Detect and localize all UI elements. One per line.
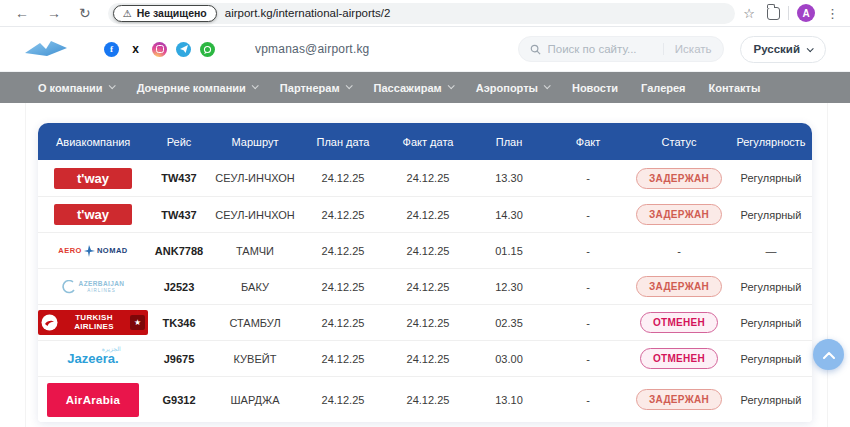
col-fact-date: Факт дата xyxy=(386,136,470,148)
fact-time: - xyxy=(548,394,628,406)
status-cell: ЗАДЕРЖАН xyxy=(628,168,730,189)
bookmark-star-icon[interactable]: ☆ xyxy=(739,6,759,21)
search-input[interactable] xyxy=(548,43,659,55)
menu-dots-icon[interactable]: ⋮ xyxy=(823,6,842,21)
airline-logo-tway: t'way xyxy=(38,204,148,225)
language-selector[interactable]: Русский xyxy=(740,36,826,63)
regularity: Регулярный xyxy=(730,353,812,365)
route: ШАРДЖА xyxy=(210,394,300,406)
fact-date: 24.12.25 xyxy=(386,317,470,329)
flight-number: TK346 xyxy=(148,317,210,329)
status-badge: ОТМЕНЕН xyxy=(640,348,718,369)
status-badge: ОТМЕНЕН xyxy=(640,312,718,333)
instagram-icon[interactable] xyxy=(152,42,167,57)
nav-item-partners[interactable]: Партнерам xyxy=(280,82,351,94)
forward-icon[interactable]: → xyxy=(40,6,68,20)
status-badge: ЗАДЕРЖАН xyxy=(636,276,722,297)
plan-time: 03.00 xyxy=(470,353,548,365)
site-logo-icon[interactable] xyxy=(24,40,70,58)
divider xyxy=(788,6,789,20)
airline-logo-azerbaijan: AZERBAIJAN AIRLINES xyxy=(38,280,148,294)
col-plan-date: План дата xyxy=(300,136,386,148)
address-bar[interactable]: ⚠ Не защищено airport.kg/international-a… xyxy=(108,3,736,24)
nav-item-passengers[interactable]: Пассажирам xyxy=(374,82,453,94)
fact-date: 24.12.25 xyxy=(386,209,470,221)
nav-item-airports[interactable]: Аэропорты xyxy=(476,82,549,94)
status-badge: ЗАДЕРЖАН xyxy=(636,168,722,189)
nav-item-subsidiaries[interactable]: Дочерние компании xyxy=(137,82,257,94)
language-label: Русский xyxy=(754,43,800,55)
plan-date: 24.12.25 xyxy=(300,245,386,257)
fact-date: 24.12.25 xyxy=(386,245,470,257)
scroll-to-top-button[interactable] xyxy=(813,339,844,370)
airline-logo-jazeera: Jazeera. الجزيرة xyxy=(38,351,148,366)
chevron-down-icon xyxy=(345,82,352,89)
status-badge: ЗАДЕРЖАН xyxy=(636,204,722,225)
col-regularity: Регулярность xyxy=(730,136,812,148)
table-row[interactable]: AZERBAIJAN AIRLINES J2523 БАКУ 24.12.25 … xyxy=(38,268,812,304)
chevron-down-icon xyxy=(807,45,814,52)
turkish-bird-icon xyxy=(41,314,58,331)
profile-avatar[interactable]: A xyxy=(797,4,815,22)
fact-date: 24.12.25 xyxy=(386,281,470,293)
reload-icon[interactable]: ↻ xyxy=(72,6,98,20)
plan-time: 02.35 xyxy=(470,317,548,329)
chevron-down-icon xyxy=(252,82,259,89)
browser-actions: ☆ A ⋮ xyxy=(739,4,842,22)
status-cell: ЗАДЕРЖАН xyxy=(628,204,730,225)
regularity: Регулярный xyxy=(730,281,812,293)
crescent-icon xyxy=(62,280,76,294)
nav-item-gallery[interactable]: Галерея xyxy=(641,82,685,94)
main-nav: О компании Дочерние компании Партнерам П… xyxy=(0,72,850,103)
nav-item-contacts[interactable]: Контакты xyxy=(709,82,761,94)
back-icon[interactable]: ← xyxy=(8,6,36,20)
flight-number: J9675 xyxy=(148,353,210,365)
whatsapp-icon[interactable] xyxy=(200,42,215,57)
security-chip[interactable]: ⚠ Не защищено xyxy=(113,5,217,22)
table-row[interactable]: t'way TW437 СЕУЛ-ИНЧХОН 24.12.25 24.12.2… xyxy=(38,196,812,232)
table-row[interactable]: TURKISH AIRLINES ★ TK346 СТАМБУЛ 24.12.2… xyxy=(38,304,812,340)
security-label: Не защищено xyxy=(137,7,207,19)
status-cell: ОТМЕНЕН xyxy=(628,348,730,369)
status-cell: ЗАДЕРЖАН xyxy=(628,389,730,410)
col-status: Статус xyxy=(628,136,730,148)
route: СТАМБУЛ xyxy=(210,317,300,329)
nav-item-about[interactable]: О компании xyxy=(38,82,114,94)
site-search[interactable]: Искать xyxy=(518,36,724,62)
table-row[interactable]: Jazeera. الجزيرة J9675 КУВЕЙТ 24.12.25 2… xyxy=(38,340,812,376)
route: ТАМЧИ xyxy=(210,245,300,257)
plan-date: 24.12.25 xyxy=(300,353,386,365)
instagram-ring xyxy=(156,45,164,53)
flight-number: J2523 xyxy=(148,281,210,293)
table-row[interactable]: t'way TW437 СЕУЛ-ИНЧХОН 24.12.25 24.12.2… xyxy=(38,160,812,196)
flight-number: TW437 xyxy=(148,209,210,221)
nav-item-news[interactable]: Новости xyxy=(572,82,618,94)
arabic-script: الجزيرة xyxy=(102,345,121,352)
regularity: Регулярный xyxy=(730,172,812,184)
fact-date: 24.12.25 xyxy=(386,353,470,365)
plan-time: 13.30 xyxy=(470,172,548,184)
plan-time: 12.30 xyxy=(470,281,548,293)
table-row[interactable]: AERO NOMAD ANK7788 ТАМЧИ 24.12.25 24.12.… xyxy=(38,232,812,268)
fact-time: - xyxy=(548,245,628,257)
chevron-down-icon xyxy=(544,82,551,89)
x-twitter-icon[interactable]: x xyxy=(128,42,143,57)
plan-date: 24.12.25 xyxy=(300,209,386,221)
chevron-down-icon xyxy=(108,82,115,89)
contact-email[interactable]: vpmanas@airport.kg xyxy=(255,42,370,56)
url-text: airport.kg/international-airports/2 xyxy=(225,7,391,19)
fact-time: - xyxy=(548,281,628,293)
facebook-icon[interactable]: f xyxy=(104,42,119,57)
regularity: Регулярный xyxy=(730,317,812,329)
airline-logo-tway: t'way xyxy=(38,168,148,189)
warning-icon: ⚠ xyxy=(123,8,132,19)
chevron-up-icon xyxy=(823,351,835,359)
fact-time: - xyxy=(548,209,628,221)
telegram-icon[interactable] xyxy=(176,42,191,57)
fact-time: - xyxy=(548,353,628,365)
extensions-icon[interactable] xyxy=(767,7,780,20)
col-fact-time: Факт xyxy=(548,136,628,148)
plan-date: 24.12.25 xyxy=(300,394,386,406)
search-button[interactable]: Искать xyxy=(663,43,712,55)
table-row[interactable]: AirArabia G9312 ШАРДЖА 24.12.25 24.12.25… xyxy=(38,376,812,422)
